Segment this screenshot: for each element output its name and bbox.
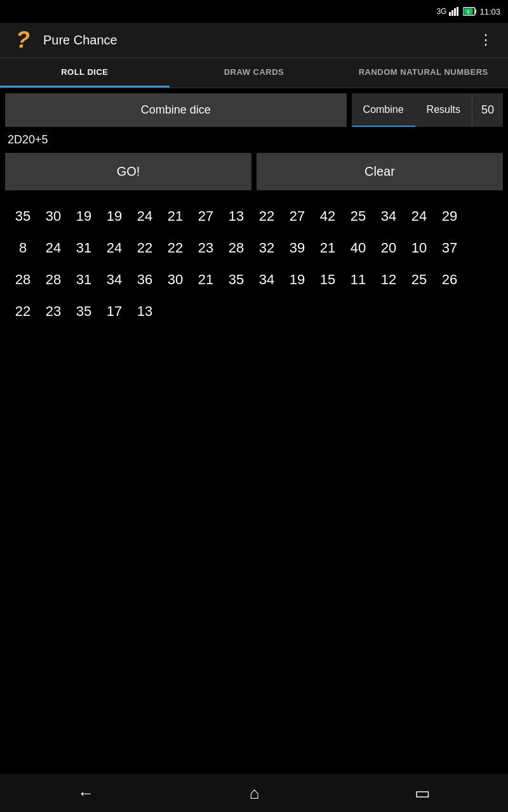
number-cell: 24 <box>99 232 130 264</box>
number-cell: 21 <box>312 232 343 264</box>
number-cell: 15 <box>312 264 343 296</box>
go-button[interactable]: GO! <box>5 153 251 190</box>
recents-button[interactable]: ▭ <box>399 778 446 808</box>
number-cell: 19 <box>99 200 130 232</box>
logo-icon: ? <box>16 29 30 51</box>
back-button[interactable]: ← <box>62 778 109 808</box>
number-cell: 27 <box>190 200 221 232</box>
content-area: Combine dice Combine Results 50 2D20+5 G… <box>0 93 508 332</box>
tab-random-natural-numbers[interactable]: RANDOM NATURAL NUMBERS <box>338 58 508 88</box>
number-cell: 29 <box>434 200 465 232</box>
battery-icon <box>463 7 477 16</box>
svg-rect-2 <box>454 8 456 16</box>
app-bar: ? Pure Chance ⋮ <box>0 23 508 58</box>
number-cell: 31 <box>69 264 99 296</box>
app-logo: ? <box>10 27 36 53</box>
formula-display: 2D20+5 <box>0 127 508 153</box>
number-cell: 21 <box>160 200 190 232</box>
number-cell: 21 <box>190 264 221 296</box>
number-cell: 20 <box>373 232 404 264</box>
home-button[interactable]: ⌂ <box>234 778 275 808</box>
action-row: GO! Clear <box>5 153 503 190</box>
app-title: Pure Chance <box>43 33 474 48</box>
number-cell: 28 <box>8 264 38 296</box>
number-cell: 25 <box>404 264 434 296</box>
clear-button[interactable]: Clear <box>257 153 503 190</box>
status-bar: 3G 11:03 <box>0 0 508 23</box>
number-cell: 30 <box>160 264 190 296</box>
number-cell: 36 <box>130 264 160 296</box>
number-cell: 24 <box>38 232 69 264</box>
combine-dice-button[interactable]: Combine dice <box>5 93 347 127</box>
number-cell: 17 <box>99 296 130 327</box>
svg-rect-5 <box>475 10 476 13</box>
number-cell: 39 <box>282 232 312 264</box>
status-icons: 3G 11:03 <box>436 7 500 16</box>
number-row: 282831343630213534191511122526 <box>8 264 500 296</box>
number-cell: 30 <box>38 200 69 232</box>
signal-indicator: 3G <box>436 7 446 16</box>
number-cell: 24 <box>130 200 160 232</box>
number-cell: 35 <box>221 264 251 296</box>
number-cell: 19 <box>69 200 99 232</box>
svg-rect-0 <box>449 12 451 16</box>
number-cell: 23 <box>38 296 69 327</box>
number-cell: 34 <box>373 200 404 232</box>
svg-rect-3 <box>457 7 458 16</box>
nav-bar: ← ⌂ ▭ <box>0 774 508 812</box>
number-cell: 23 <box>190 232 221 264</box>
number-cell: 8 <box>8 232 38 264</box>
number-cell: 10 <box>404 232 434 264</box>
signal-bars-icon <box>449 7 460 16</box>
numbers-grid: 3530191924212713222742253424298243124222… <box>0 195 508 332</box>
number-cell: 35 <box>8 200 38 232</box>
number-row: 353019192421271322274225342429 <box>8 200 500 232</box>
number-cell: 22 <box>251 200 282 232</box>
time-display: 11:03 <box>479 7 500 16</box>
number-cell: 35 <box>69 296 99 327</box>
results-value: 50 <box>472 93 503 127</box>
number-row: 82431242222232832392140201037 <box>8 232 500 264</box>
number-row: 2223351713 <box>8 296 500 327</box>
number-cell: 12 <box>373 264 404 296</box>
number-cell: 31 <box>69 232 99 264</box>
number-cell: 22 <box>160 232 190 264</box>
number-cell: 24 <box>404 200 434 232</box>
number-cell: 37 <box>434 232 465 264</box>
number-cell: 19 <box>282 264 312 296</box>
number-cell: 34 <box>251 264 282 296</box>
number-cell: 22 <box>8 296 38 327</box>
overflow-menu-icon[interactable]: ⋮ <box>474 29 498 51</box>
number-cell: 28 <box>221 232 251 264</box>
number-cell: 32 <box>251 232 282 264</box>
number-cell: 28 <box>38 264 69 296</box>
combine-results-group: Combine Results 50 <box>352 93 503 127</box>
number-cell: 22 <box>130 232 160 264</box>
svg-rect-1 <box>451 10 453 16</box>
number-cell: 42 <box>312 200 343 232</box>
number-cell: 26 <box>434 264 465 296</box>
number-cell: 13 <box>221 200 251 232</box>
combine-tab[interactable]: Combine <box>352 93 415 127</box>
tab-bar: ROLL DICE DRAW CARDS RANDOM NATURAL NUMB… <box>0 58 508 88</box>
number-cell: 27 <box>282 200 312 232</box>
number-cell: 13 <box>130 296 160 327</box>
number-cell: 34 <box>99 264 130 296</box>
tab-roll-dice[interactable]: ROLL DICE <box>0 58 170 88</box>
number-cell: 11 <box>343 264 373 296</box>
tab-draw-cards[interactable]: DRAW CARDS <box>170 58 339 88</box>
combine-row: Combine dice Combine Results 50 <box>5 93 503 127</box>
number-cell: 40 <box>343 232 373 264</box>
number-cell: 25 <box>343 200 373 232</box>
results-tab[interactable]: Results <box>415 93 472 127</box>
